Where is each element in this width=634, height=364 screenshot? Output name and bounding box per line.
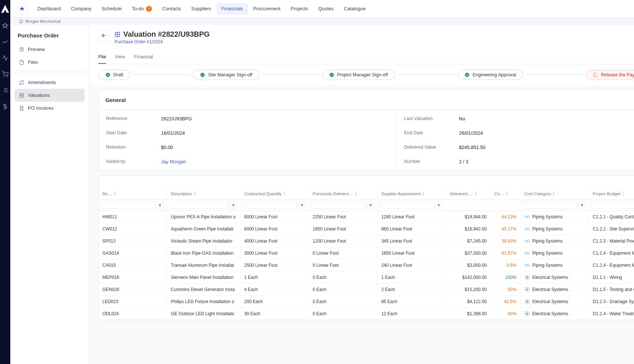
nav-contacts[interactable]: Contacts — [157, 3, 186, 15]
table-row[interactable]: HW011Uponor PEX-A Pipe Installation o800… — [99, 211, 634, 223]
page-title: Valuation #2822/U93BPG — [123, 30, 210, 39]
sidebar-item-po-invoices[interactable]: PO Invoices — [15, 102, 85, 114]
line-items-table: Re… Description Contracted Quantity Prev… — [98, 175, 634, 320]
column-filter-button[interactable] — [435, 202, 442, 209]
column-header[interactable]: Cost Category — [520, 188, 589, 200]
swap-icon — [19, 80, 24, 85]
favorite-button[interactable] — [16, 3, 28, 15]
nav-suppliers[interactable]: Suppliers — [186, 3, 216, 15]
sort-icon — [474, 192, 477, 195]
svg-point-35 — [525, 240, 527, 242]
sidebar-item-files[interactable]: Files — [15, 56, 85, 69]
column-header[interactable]: Description — [167, 188, 240, 200]
tab-file[interactable]: File — [98, 50, 106, 64]
rail-list-icon[interactable] — [1, 86, 10, 95]
svg-point-1 — [7, 76, 8, 77]
tab-view[interactable]: View — [115, 50, 125, 64]
rail-star-icon[interactable] — [1, 21, 10, 30]
table-row[interactable]: GEN020Cummins Diesel Generator Insta4 Ea… — [99, 283, 634, 295]
release-payment-pill[interactable]: Release the Payment — [586, 70, 634, 80]
column-filter-input[interactable] — [101, 201, 155, 209]
field-label: Retention — [106, 145, 161, 150]
nav-to-do[interactable]: To-do7 — [127, 3, 157, 15]
column-header[interactable]: Co… — [491, 188, 520, 200]
workflow-step-2[interactable]: Project Manager Sign-off — [322, 70, 395, 80]
table-row[interactable]: ODL024GE Outdoor LED Light Installatic30… — [99, 307, 634, 320]
rail-cart-icon[interactable] — [1, 70, 10, 79]
table-row[interactable]: MEP016Siemens Main Panel Installation1 E… — [99, 271, 634, 283]
table-icon — [19, 93, 24, 98]
table-row[interactable]: CW012Aquatherm Green Pipe Installati6000… — [99, 223, 634, 235]
breadcrumb-company[interactable]: Morgan Mechanical — [25, 19, 61, 23]
nav-quotes[interactable]: Quotes — [313, 3, 339, 15]
column-header[interactable]: Delivered … — [446, 188, 491, 200]
rail-activity-icon[interactable] — [1, 54, 10, 62]
column-filter-input[interactable] — [591, 201, 634, 209]
svg-point-38 — [525, 252, 527, 254]
column-filter-button[interactable] — [230, 202, 237, 209]
svg-point-36 — [527, 240, 529, 242]
column-header[interactable]: Project Budget — [589, 188, 634, 200]
column-filter-button[interactable] — [578, 202, 586, 209]
nav-schedule[interactable]: Schedule — [96, 3, 127, 15]
pipe-icon — [524, 262, 530, 268]
table-row[interactable]: SP013Victaulic Steam Pipe Installatior40… — [99, 235, 634, 247]
column-filter-button[interactable] — [367, 202, 374, 209]
workflow-step-1[interactable]: Site Manager Sign-off — [193, 70, 259, 80]
nav-projects[interactable]: Projects — [285, 3, 313, 15]
check-circle-icon — [200, 72, 205, 77]
sidebar-item-preview[interactable]: Preview — [15, 43, 85, 56]
sidebar-item-amendments[interactable]: Amendments — [15, 76, 85, 89]
pipe-icon — [524, 214, 530, 220]
back-button[interactable] — [98, 30, 109, 41]
column-header[interactable]: Supplier Assessment — [378, 188, 446, 200]
top-nav: DashboardCompanyScheduleTo-do7ContactsSu… — [10, 0, 634, 18]
field-value: No — [459, 116, 465, 121]
nav-financials[interactable]: Financials — [216, 3, 248, 15]
rail-dollar-icon[interactable] — [1, 102, 10, 111]
workflow-step-3[interactable]: Engineering Approval — [458, 70, 523, 80]
field-value: 2822/U93BPG — [161, 116, 192, 121]
field-value[interactable]: Jay Morgan — [161, 159, 186, 164]
workflow-step-0[interactable]: Draft — [98, 70, 130, 80]
rail-trend-icon[interactable] — [1, 37, 10, 46]
svg-point-32 — [525, 228, 527, 230]
nav-dashboard[interactable]: Dashboard — [32, 3, 66, 15]
filter-icon — [300, 204, 304, 207]
column-filter-input[interactable] — [243, 201, 297, 209]
table-row[interactable]: CA015Transair Aluminum Pipe Installat250… — [99, 259, 634, 271]
field-label: End Date — [404, 130, 459, 136]
file-icon — [19, 60, 24, 65]
gear-icon — [524, 299, 530, 305]
nav-company[interactable]: Company — [66, 3, 97, 15]
column-header[interactable]: Previously Delivere… — [309, 188, 378, 200]
tab-financial[interactable]: Financial — [134, 50, 153, 64]
svg-point-45 — [526, 289, 528, 290]
sidebar-item-valuations[interactable]: Valuations — [15, 89, 85, 102]
column-header[interactable]: Contracted Quantity — [240, 188, 309, 200]
field-label: Last Valuation — [404, 116, 459, 121]
check-circle-icon — [329, 72, 334, 77]
app-logo[interactable] — [0, 4, 10, 14]
pipe-icon — [524, 238, 530, 244]
left-rail — [0, 0, 10, 364]
sort-icon — [422, 192, 425, 195]
table-row[interactable]: LED023Philips LED Fixture Installation o… — [99, 295, 634, 307]
sort-icon — [283, 192, 286, 195]
column-filter-button[interactable] — [298, 202, 306, 209]
sidebar-title: Purchase Order — [15, 32, 85, 43]
column-header[interactable]: Re… — [99, 188, 167, 200]
column-filter-input[interactable] — [311, 201, 365, 209]
nav-procurement[interactable]: Procurement — [248, 3, 285, 15]
column-filter-button[interactable] — [156, 202, 164, 209]
table-row[interactable]: GAS014Black Iron Pipe-GAS Installation30… — [99, 247, 634, 259]
column-filter-input[interactable] — [380, 201, 434, 209]
nav-catalogue[interactable]: Catalogue — [339, 3, 371, 15]
sort-icon — [354, 192, 357, 195]
column-filter-input[interactable] — [170, 201, 229, 209]
column-filter-input[interactable] — [523, 201, 577, 209]
gear-icon — [524, 311, 530, 317]
table-icon — [114, 32, 120, 37]
parent-po-link[interactable]: Purchase Order #1/2024 — [114, 39, 210, 44]
svg-rect-9 — [20, 20, 22, 22]
